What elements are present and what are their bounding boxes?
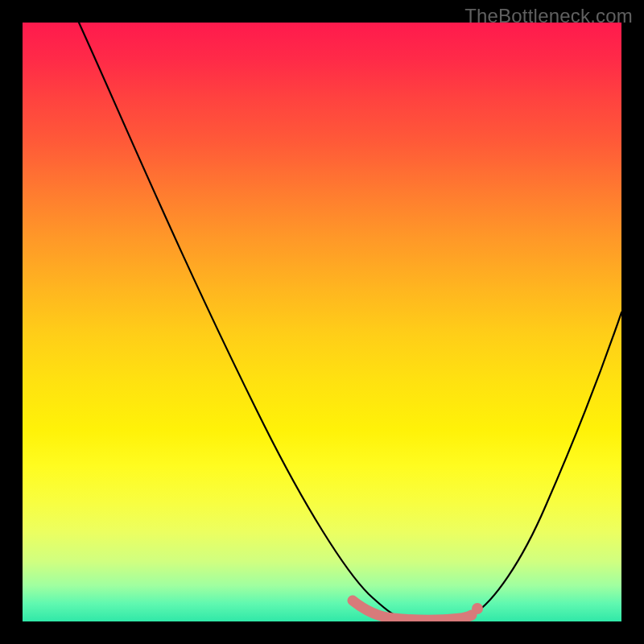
plot-area (23, 23, 621, 621)
left-curve (79, 23, 394, 615)
chart-stage: TheBottleneck.com (0, 0, 644, 644)
right-curve (473, 312, 621, 614)
curve-layer (23, 23, 621, 621)
valley-floor (353, 601, 472, 620)
valley-end-dot (472, 603, 483, 614)
